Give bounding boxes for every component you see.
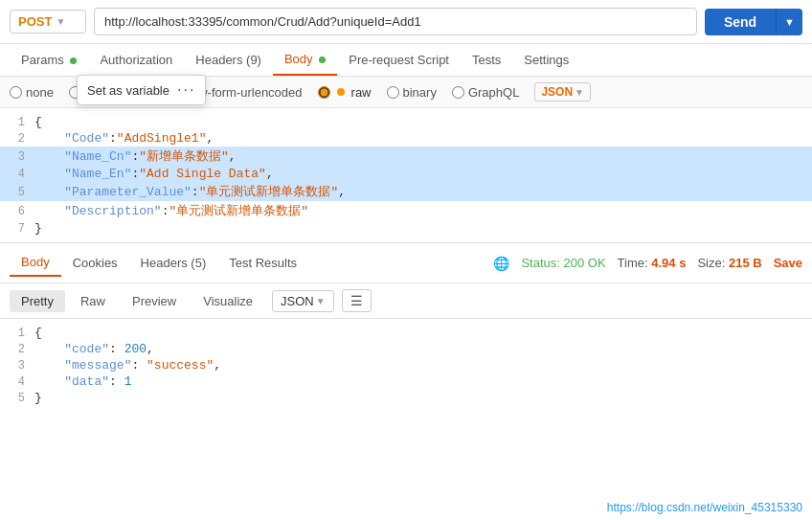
params-dot [70,57,77,64]
resp-code-line-3: 3 "message": "success", [0,357,812,373]
response-time: Time: 4.94 s [618,256,687,270]
size-value: 215 B [729,256,762,270]
popup-dots-button[interactable]: ··· [177,81,195,99]
req-code-line-3: 3 "Name_Cn":"新增单条数据", [0,147,812,166]
footer-link: https://blog.csdn.net/weixin_45315330 [607,501,802,514]
save-response-button[interactable]: Save [774,256,802,270]
url-input[interactable] [94,8,697,35]
status-badge: Status: 200 OK [521,256,605,270]
body-type-none[interactable]: none [10,85,54,100]
tab-headers[interactable]: Headers (9) [184,45,273,75]
request-editor[interactable]: 1 { 2 "Code":"AddSingle1", 3 "Name_Cn":"… [0,108,812,243]
req-code-line-6: 6 "Description":"单元测试新增单条数据" [0,201,812,220]
set-as-variable-popup: Set as variable ··· [77,75,206,105]
resp-body-tab-visualize[interactable]: Visualize [192,290,264,312]
response-status-section: 🌐 Status: 200 OK Time: 4.94 s Size: 215 … [493,256,802,271]
tab-params[interactable]: Params [10,45,88,75]
resp-format-icon-button[interactable]: ☰ [342,289,372,312]
send-dropdown-button[interactable]: ▼ [776,9,802,35]
tab-authorization[interactable]: Authorization [88,45,184,75]
method-chevron-icon: ▼ [56,16,65,27]
footer-area: https://blog.csdn.net/weixin_45315330 [607,500,802,514]
body-type-binary[interactable]: binary [387,85,437,100]
req-code-line-4: 4 "Name_En":"Add Single Data", [0,166,812,182]
resp-tab-headers[interactable]: Headers (5) [129,250,218,276]
json-format-dropdown[interactable]: JSON ▼ [534,82,591,102]
resp-tab-testresults[interactable]: Test Results [217,250,308,276]
tab-settings[interactable]: Settings [512,45,580,75]
tab-prerequest[interactable]: Pre-request Script [337,45,461,75]
resp-code-line-4: 4 "data": 1 [0,373,812,390]
method-select[interactable]: POST ▼ [10,10,86,34]
globe-icon: 🌐 [493,256,509,271]
send-button[interactable]: Send [705,9,776,35]
resp-json-chevron-icon: ▼ [316,296,326,306]
body-type-raw[interactable]: raw [318,85,372,100]
response-top-bar: Body Cookies Headers (5) Test Results 🌐 … [0,243,812,283]
body-type-graphql[interactable]: GraphQL [452,85,519,100]
req-code-line-2: 2 "Code":"AddSingle1", [0,130,812,147]
resp-tab-body[interactable]: Body [10,249,61,277]
response-tabs: Body Cookies Headers (5) Test Results [10,249,308,277]
resp-code-line-2: 2 "code": 200, [0,341,812,357]
request-tabs: Params Authorization Headers (9) Body Pr… [0,44,812,77]
resp-code-line-1: 1 { [0,325,812,341]
req-code-line-5: 5 "Parameter_Value":"单元测试新增单条数据", [0,182,812,201]
resp-body-tab-pretty[interactable]: Pretty [10,290,65,312]
resp-code-line-5: 5 } [0,390,812,406]
time-value: 4.94 s [651,256,686,270]
body-dot [319,57,326,63]
response-body-tabs: Pretty Raw Preview Visualize JSON ▼ ☰ [0,283,812,319]
method-label: POST [18,14,52,29]
resp-tab-cookies[interactable]: Cookies [61,250,129,276]
json-chevron-icon: ▼ [575,87,584,98]
tab-body[interactable]: Body [273,44,337,76]
resp-body-tab-raw[interactable]: Raw [69,290,117,312]
req-code-line-1: 1 { [0,114,812,130]
resp-body-tab-preview[interactable]: Preview [121,290,188,312]
raw-dot [337,88,345,96]
resp-json-format-dropdown[interactable]: JSON ▼ [272,290,334,312]
popup-label: Set as variable [87,83,169,98]
response-editor[interactable]: 1 { 2 "code": 200, 3 "message": "success… [0,319,812,412]
send-btn-group: Send ▼ [705,9,802,35]
tab-tests[interactable]: Tests [461,45,512,75]
req-code-line-7: 7 } [0,220,812,237]
response-size: Size: 215 B [697,256,761,270]
top-bar: POST ▼ Send ▼ [0,0,812,44]
